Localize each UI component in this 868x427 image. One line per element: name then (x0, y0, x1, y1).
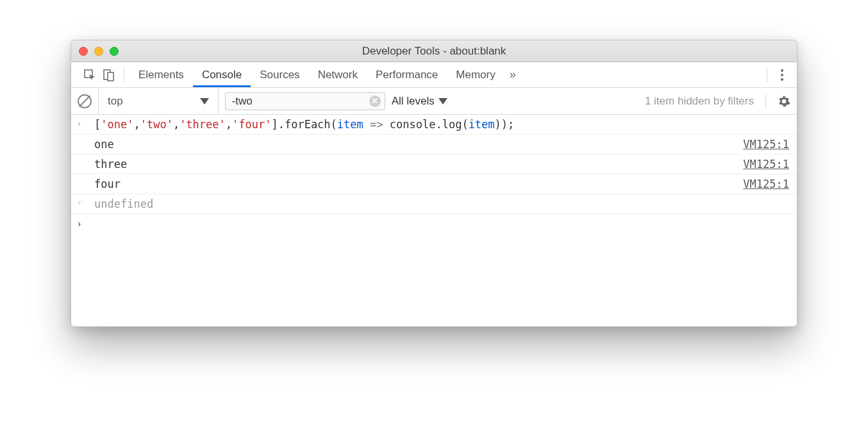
console-input-code[interactable]: ['one','two','three','four'].forEach(ite… (94, 118, 789, 131)
svg-rect-2 (108, 72, 113, 81)
window-title: Developer Tools - about:blank (362, 45, 506, 58)
clear-console-icon[interactable] (78, 94, 92, 108)
console-log-row: one VM125:1 (71, 135, 797, 155)
execution-context-selector[interactable]: top (98, 88, 219, 114)
source-link[interactable]: VM125:1 (743, 178, 789, 190)
console-log-row: three VM125:1 (71, 155, 797, 174)
log-text: four (94, 178, 735, 190)
device-toolbar-icon[interactable] (99, 65, 119, 85)
panel-tabs-bar: Elements Console Sources Network Perform… (71, 62, 797, 88)
log-text: one (94, 138, 735, 151)
console-settings-icon[interactable] (778, 95, 790, 108)
minimize-window-button[interactable] (94, 47, 103, 56)
window-titlebar: Developer Tools - about:blank (71, 40, 797, 62)
tab-elements[interactable]: Elements (129, 62, 193, 87)
return-chevron-icon: ‹· (78, 197, 94, 208)
console-body: › ['one','two','three','four'].forEach(i… (71, 115, 797, 233)
console-filter-bar: top -two ✕ All levels 1 item hidden by f… (71, 88, 797, 115)
separator (765, 94, 766, 108)
filter-value: -two (232, 95, 369, 108)
source-link[interactable]: VM125:1 (743, 158, 789, 171)
devtools-window: Developer Tools - about:blank Elements C… (71, 40, 797, 327)
tab-network[interactable]: Network (309, 62, 367, 87)
levels-label: All levels (392, 95, 435, 108)
zoom-window-button[interactable] (110, 47, 119, 56)
hidden-by-filters-message: 1 item hidden by filters (645, 95, 754, 108)
tab-performance[interactable]: Performance (367, 62, 447, 87)
filter-input[interactable]: -two ✕ (225, 92, 385, 110)
separator (124, 68, 124, 82)
log-text: three (94, 158, 735, 171)
more-tabs-icon[interactable]: » (510, 68, 516, 81)
log-levels-selector[interactable]: All levels (392, 95, 447, 108)
tab-sources[interactable]: Sources (251, 62, 308, 87)
prompt-chevron-icon: › (78, 217, 94, 230)
clear-filter-icon[interactable]: ✕ (369, 96, 381, 107)
traffic-lights (79, 47, 119, 56)
return-value: undefined (94, 197, 789, 210)
settings-menu-icon[interactable] (772, 69, 792, 81)
console-input-row: › ['one','two','three','four'].forEach(i… (71, 115, 797, 135)
separator (767, 68, 767, 82)
close-window-button[interactable] (79, 47, 88, 56)
source-link[interactable]: VM125:1 (743, 138, 789, 151)
chevron-down-icon (438, 98, 447, 105)
context-label: top (108, 95, 123, 108)
chevron-down-icon (200, 98, 209, 105)
console-return-row: ‹· undefined (71, 194, 797, 214)
tab-memory[interactable]: Memory (447, 62, 504, 87)
inspect-element-icon[interactable] (80, 65, 99, 85)
console-prompt-row[interactable]: › (71, 214, 797, 233)
console-log-row: four VM125:1 (71, 174, 797, 194)
input-chevron-icon: › (78, 118, 94, 129)
tab-console[interactable]: Console (193, 62, 251, 87)
